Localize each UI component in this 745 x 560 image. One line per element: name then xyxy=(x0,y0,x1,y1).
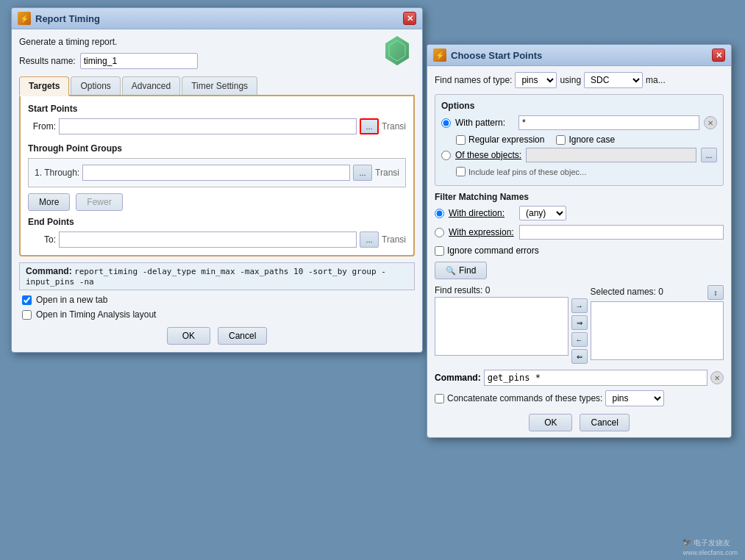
checkbox-new-tab[interactable] xyxy=(22,295,32,305)
pattern-input[interactable] xyxy=(518,115,699,130)
report-timing-cancel-button[interactable]: Cancel xyxy=(218,327,267,345)
expression-radio[interactable] xyxy=(435,228,444,237)
find-results-list[interactable] xyxy=(435,297,568,356)
regex-row: Regular expression Ignore case xyxy=(456,134,717,145)
find-icon: 🔍 xyxy=(446,266,456,276)
choose-titlebar: ⚡ Choose Start Points ✕ xyxy=(427,45,731,66)
through-section: 1. Through: ... Transi xyxy=(28,158,406,187)
with-pattern-label: With pattern: xyxy=(455,118,514,128)
more-button[interactable]: More xyxy=(28,193,70,211)
selected-names-list[interactable] xyxy=(591,301,724,360)
objects-browse-button[interactable]: ... xyxy=(701,148,717,162)
start-points-label: Start Points xyxy=(28,104,406,114)
find-button[interactable]: 🔍 Find xyxy=(435,262,487,279)
of-objects-row: Of these objects: ... xyxy=(441,148,717,162)
from-browse-button[interactable]: ... xyxy=(360,118,379,134)
checkbox-timing-layout[interactable] xyxy=(22,310,32,320)
from-label: From: xyxy=(28,121,56,132)
command-bar: Command: report_timing -delay_type min_m… xyxy=(19,262,415,290)
objects-input[interactable] xyxy=(526,148,696,162)
fewer-button[interactable]: Fewer xyxy=(76,193,122,211)
transfer-right-button[interactable]: → xyxy=(571,298,588,313)
expression-input[interactable] xyxy=(519,225,724,240)
tab-content-targets: Start Points From: ... Transi Through Po… xyxy=(19,96,415,256)
to-transit-label: Transi xyxy=(382,234,406,245)
sort-button[interactable]: ↕ xyxy=(707,285,724,300)
results-name-input[interactable] xyxy=(80,53,198,69)
command-row: Command: ✕ xyxy=(435,370,724,386)
filter-section: Filter Matching Names With direction: (a… xyxy=(435,192,724,240)
tab-options[interactable]: Options xyxy=(71,76,120,95)
choose-title-text: Choose Start Points xyxy=(451,50,542,61)
options-title: Options xyxy=(441,101,717,111)
results-name-label: Results name: xyxy=(19,56,76,66)
through-1-input[interactable] xyxy=(82,165,350,181)
direction-select[interactable]: (any) input output inout xyxy=(519,206,566,220)
from-input[interactable] xyxy=(59,118,357,134)
selected-names-panel: Selected names: 0 ↕ xyxy=(591,285,724,360)
selected-header-row: Selected names: 0 ↕ xyxy=(591,285,724,300)
include-leaf-label: Include leaf pins of these objec... xyxy=(468,168,586,176)
checkbox-new-tab-row: Open in a new tab xyxy=(19,295,415,305)
direction-row: With direction: (any) input output inout xyxy=(435,206,724,220)
transfer-all-left-button[interactable]: ⇐ xyxy=(571,349,588,364)
choose-title: ⚡ Choose Start Points xyxy=(433,49,542,62)
include-leaf-row: Include leaf pins of these objec... xyxy=(456,167,717,176)
command-value: report_timing -delay_type min_max -max_p… xyxy=(26,267,386,287)
of-objects-label: Of these objects: xyxy=(455,150,521,160)
find-results-header: Find results: 0 xyxy=(435,285,568,295)
more-fewer-row: More Fewer xyxy=(28,193,406,211)
choose-icon: ⚡ xyxy=(433,49,446,62)
from-transit-label: Transi xyxy=(382,121,406,132)
report-timing-icon: ⚡ xyxy=(18,12,31,25)
report-timing-title-text: Report Timing xyxy=(35,13,100,24)
command-clear-button[interactable]: ✕ xyxy=(710,371,724,384)
tab-timer-settings[interactable]: Timer Settings xyxy=(182,76,257,95)
type-select[interactable]: pins ports cells nets xyxy=(515,72,557,88)
filter-title: Filter Matching Names xyxy=(435,192,724,202)
of-objects-radio[interactable] xyxy=(441,151,451,160)
checkbox-new-tab-label: Open in a new tab xyxy=(36,295,107,305)
ignore-errors-checkbox[interactable] xyxy=(435,246,444,256)
to-label: To: xyxy=(28,234,56,245)
tab-targets[interactable]: Targets xyxy=(19,76,69,96)
ignore-case-checkbox[interactable] xyxy=(556,135,566,145)
concat-select[interactable]: pins ports xyxy=(605,390,664,406)
command-label: Command: xyxy=(26,266,72,276)
choose-close-button[interactable]: ✕ xyxy=(712,49,725,62)
using-select[interactable]: SDC Tcl xyxy=(584,72,643,88)
from-row: From: ... Transi xyxy=(28,118,406,134)
report-timing-window: ⚡ Report Timing ✕ Generate a timing repo… xyxy=(11,7,423,353)
include-leaf-checkbox[interactable] xyxy=(456,167,466,176)
transfer-all-right-button[interactable]: ⇒ xyxy=(571,315,588,330)
with-pattern-radio[interactable] xyxy=(441,118,451,128)
through-1-browse-button[interactable]: ... xyxy=(353,165,372,181)
pattern-clear-button[interactable]: ✕ xyxy=(704,116,717,129)
to-row: To: ... Transi xyxy=(28,231,406,248)
direction-radio[interactable] xyxy=(435,209,444,218)
watermark: 🦅 电子发烧友 www.elecfans.com xyxy=(682,538,738,556)
report-timing-ok-button[interactable]: OK xyxy=(167,327,210,345)
transfer-buttons-left: → ⇒ ← ⇐ xyxy=(571,285,588,364)
report-timing-close-button[interactable]: ✕ xyxy=(403,12,416,25)
tab-advanced[interactable]: Advanced xyxy=(122,76,180,95)
expression-label: With expression: xyxy=(449,227,515,237)
regex-checkbox[interactable] xyxy=(456,135,466,145)
through-1-transit-label: Transi xyxy=(375,168,399,178)
tab-bar: Targets Options Advanced Timer Settings xyxy=(19,76,415,96)
to-input[interactable] xyxy=(59,231,357,248)
cmd-label: Command: xyxy=(435,373,481,383)
concat-row: Concatenate commands of these types: pin… xyxy=(435,390,724,406)
regex-label: Regular expression xyxy=(468,134,544,145)
concat-label: Concatenate commands of these types: xyxy=(447,393,602,403)
concat-checkbox[interactable] xyxy=(435,394,444,403)
choose-cancel-button[interactable]: Cancel xyxy=(580,414,629,431)
through-1-label: 1. Through: xyxy=(35,168,79,178)
to-browse-button[interactable]: ... xyxy=(360,231,379,248)
expression-row: With expression: xyxy=(435,225,724,240)
report-timing-body: Generate a timing report. Results name: xyxy=(12,29,422,352)
checkbox-timing-layout-label: Open in Timing Analysis layout xyxy=(36,309,156,320)
command-input[interactable] xyxy=(484,370,707,386)
choose-ok-button[interactable]: OK xyxy=(529,414,572,431)
transfer-left-button[interactable]: ← xyxy=(571,332,588,347)
